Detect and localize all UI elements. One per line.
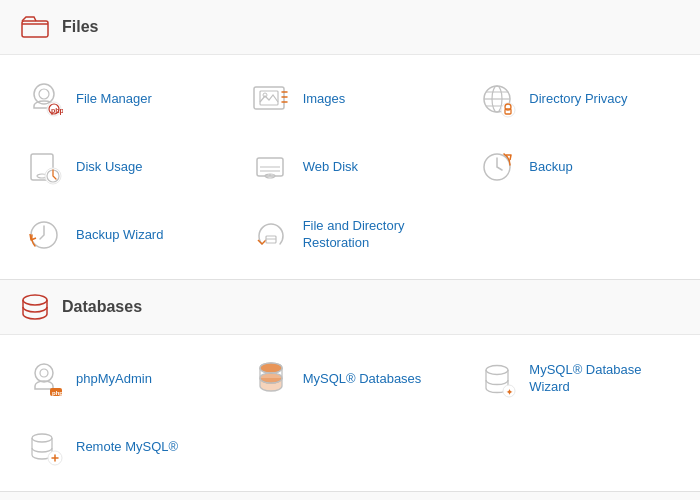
databases-header: Databases xyxy=(0,280,700,335)
directory-privacy-label: Directory Privacy xyxy=(529,91,627,108)
backup-wizard-icon xyxy=(24,215,64,255)
files-title: Files xyxy=(62,18,98,36)
phpmyadmin-label: phpMyAdmin xyxy=(76,371,152,388)
svg-point-35 xyxy=(32,434,52,442)
directory-privacy-icon xyxy=(477,79,517,119)
svg-point-30 xyxy=(260,363,282,373)
file-manager-item[interactable]: php File Manager xyxy=(10,65,237,133)
svg-point-31 xyxy=(260,373,282,383)
svg-point-25 xyxy=(35,364,53,382)
databases-title: Databases xyxy=(62,298,142,316)
files-section: Files php File Manager xyxy=(0,0,700,280)
mysql-database-wizard-icon: ✦ xyxy=(477,359,517,399)
mysql-database-wizard-label: MySQL® Database Wizard xyxy=(529,362,676,396)
file-directory-restoration-icon xyxy=(251,215,291,255)
databases-section: Databases php phpMyAdmin xyxy=(0,280,700,492)
svg-text:php: php xyxy=(52,390,63,396)
backup-icon xyxy=(477,147,517,187)
backup-label: Backup xyxy=(529,159,572,176)
svg-point-32 xyxy=(486,366,508,375)
remote-mysql-icon xyxy=(24,427,64,467)
page-container: Files php File Manager xyxy=(0,0,700,500)
images-icon xyxy=(251,79,291,119)
disk-usage-item[interactable]: Disk Usage xyxy=(10,133,237,201)
svg-text:✦: ✦ xyxy=(506,388,513,397)
databases-icon xyxy=(20,292,50,322)
domains-header: Domains xyxy=(0,492,700,500)
databases-items: php phpMyAdmin MySQL® Databases xyxy=(0,335,700,491)
file-manager-label: File Manager xyxy=(76,91,152,108)
files-header: Files xyxy=(0,0,700,55)
images-label: Images xyxy=(303,91,346,108)
files-icon xyxy=(20,12,50,42)
svg-rect-6 xyxy=(254,87,284,109)
file-directory-restoration-label: File and Directory Restoration xyxy=(303,218,450,252)
domains-section: Domains xyxy=(0,492,700,500)
remote-mysql-item[interactable]: Remote MySQL® xyxy=(10,413,237,481)
web-disk-item[interactable]: Web Disk xyxy=(237,133,464,201)
file-manager-icon: php xyxy=(24,79,64,119)
remote-mysql-label: Remote MySQL® xyxy=(76,439,178,456)
svg-point-2 xyxy=(39,89,49,99)
web-disk-icon xyxy=(251,147,291,187)
backup-item[interactable]: Backup xyxy=(463,133,690,201)
svg-point-24 xyxy=(23,295,47,305)
file-directory-restoration-item[interactable]: File and Directory Restoration xyxy=(237,201,464,269)
disk-usage-label: Disk Usage xyxy=(76,159,142,176)
phpmyadmin-item[interactable]: php phpMyAdmin xyxy=(10,345,237,413)
svg-point-26 xyxy=(40,369,48,377)
svg-text:php: php xyxy=(51,107,63,115)
backup-wizard-label: Backup Wizard xyxy=(76,227,163,244)
web-disk-label: Web Disk xyxy=(303,159,358,176)
mysql-database-wizard-item[interactable]: ✦ MySQL® Database Wizard xyxy=(463,345,690,413)
mysql-databases-icon xyxy=(251,359,291,399)
backup-wizard-item[interactable]: Backup Wizard xyxy=(10,201,237,269)
directory-privacy-item[interactable]: Directory Privacy xyxy=(463,65,690,133)
files-items: php File Manager Images xyxy=(0,55,700,279)
mysql-databases-item[interactable]: MySQL® Databases xyxy=(237,345,464,413)
phpmyadmin-icon: php xyxy=(24,359,64,399)
mysql-databases-label: MySQL® Databases xyxy=(303,371,422,388)
disk-usage-icon xyxy=(24,147,64,187)
images-item[interactable]: Images xyxy=(237,65,464,133)
